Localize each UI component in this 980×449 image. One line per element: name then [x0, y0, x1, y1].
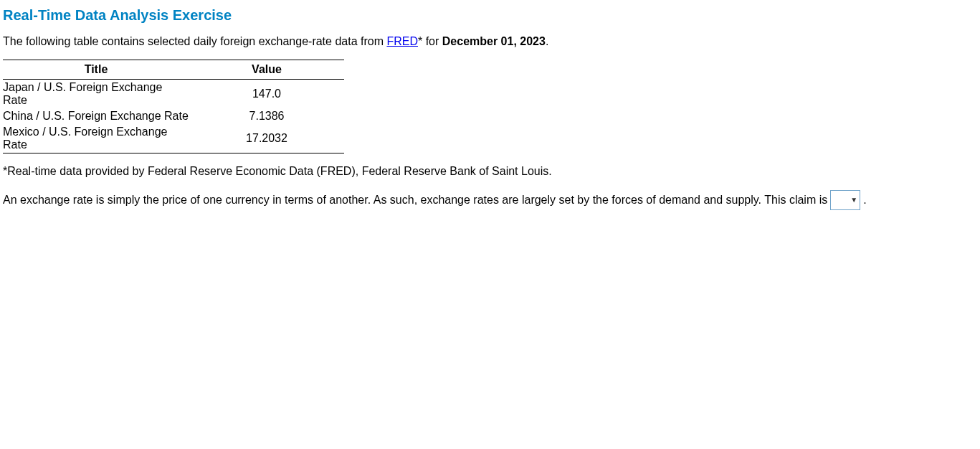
col-header-value: Value — [194, 60, 344, 80]
intro-mid: * for — [418, 35, 442, 47]
page-title: Real-Time Data Analysis Exercise — [3, 7, 977, 24]
table-row: Japan / U.S. Foreign Exchange Rate 147.0 — [3, 80, 344, 109]
question-text: An exchange rate is simply the price of … — [3, 191, 827, 209]
cell-value: 17.2032 — [194, 124, 344, 153]
intro-paragraph: The following table contains selected da… — [3, 34, 977, 49]
question-paragraph: An exchange rate is simply the price of … — [3, 190, 977, 210]
table-row: China / U.S. Foreign Exchange Rate 7.138… — [3, 108, 344, 124]
answer-dropdown[interactable] — [830, 190, 860, 210]
cell-value: 7.1386 — [194, 108, 344, 124]
question-trailing: . — [863, 191, 866, 209]
intro-suffix: . — [546, 35, 548, 47]
cell-title: Mexico / U.S. Foreign Exchange Rate — [3, 124, 194, 153]
answer-select-wrap — [830, 190, 860, 210]
exchange-rate-table: Title Value Japan / U.S. Foreign Exchang… — [3, 60, 344, 153]
cell-value: 147.0 — [194, 80, 344, 109]
cell-title: China / U.S. Foreign Exchange Rate — [3, 108, 194, 124]
cell-title: Japan / U.S. Foreign Exchange Rate — [3, 80, 194, 109]
intro-prefix: The following table contains selected da… — [3, 35, 386, 47]
table-row: Mexico / U.S. Foreign Exchange Rate 17.2… — [3, 124, 344, 153]
fred-link[interactable]: FRED — [386, 35, 418, 47]
footnote: *Real-time data provided by Federal Rese… — [3, 164, 977, 179]
col-header-title: Title — [3, 60, 194, 80]
intro-date: December 01, 2023 — [442, 35, 546, 47]
